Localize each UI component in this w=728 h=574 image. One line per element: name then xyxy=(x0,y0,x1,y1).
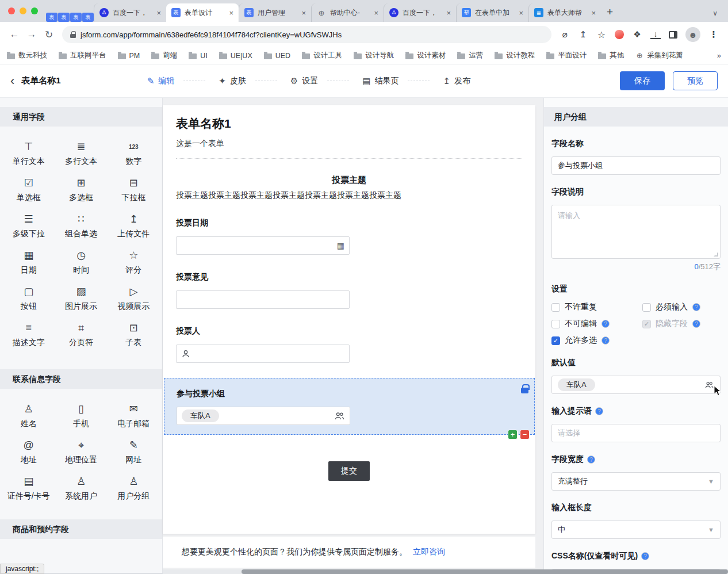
bookmark-item[interactable]: 互联网平台 xyxy=(59,51,106,60)
help-icon[interactable]: ? xyxy=(641,552,649,560)
bookmark-item[interactable]: PM xyxy=(118,52,140,60)
avatar-icon[interactable]: ☻ xyxy=(685,27,700,42)
minimize-window-button[interactable] xyxy=(20,7,26,14)
palette-item[interactable]: ⊡ 子表 xyxy=(108,317,160,353)
canvas-form-subtitle[interactable]: 这是一个表单 xyxy=(176,139,522,149)
url-text[interactable]: jsform.com/app/formmain/638edfe6fc918f41… xyxy=(81,30,342,39)
bookmark-item[interactable]: ⊕ 采集到花瓣 xyxy=(635,51,683,60)
help-icon[interactable]: ? xyxy=(692,320,700,328)
hint-input[interactable]: 请选择 xyxy=(551,424,721,442)
tab-close-icon[interactable] xyxy=(519,9,523,17)
bookmark-item[interactable]: 设计教程 xyxy=(495,51,535,60)
preview-button[interactable]: 预览 xyxy=(673,71,718,90)
voter-input[interactable] xyxy=(176,345,350,363)
star-icon[interactable]: ☆ xyxy=(596,29,607,40)
horizontal-scrollbar[interactable] xyxy=(163,569,728,574)
palette-item[interactable]: ◷ 时间 xyxy=(55,244,107,281)
palette-item[interactable]: ↥ 上传文件 xyxy=(108,208,160,244)
canvas-form-title[interactable]: 表单名称1 xyxy=(176,116,522,132)
palette-item[interactable]: ⌗ 分页符 xyxy=(55,317,107,353)
address-bar[interactable]: jsform.com/app/formmain/638edfe6fc918f41… xyxy=(62,26,551,43)
tab-close-icon[interactable] xyxy=(156,9,161,17)
palette-item[interactable]: ☆ 评分 xyxy=(108,244,160,281)
palette-item[interactable]: ⊞ 多选框 xyxy=(55,172,107,208)
palette-item[interactable]: 123 数字 xyxy=(108,136,160,172)
tab-close-icon[interactable] xyxy=(591,9,596,17)
app-nav-item[interactable]: ✦ 皮肤 xyxy=(174,76,246,86)
bookmark-item[interactable]: UED xyxy=(264,52,290,60)
bookmark-item[interactable]: 其他 xyxy=(598,51,624,60)
topic-title[interactable]: 投票主题 xyxy=(176,175,522,186)
palette-item[interactable]: ☰ 多级下拉 xyxy=(2,208,55,244)
checkbox-box[interactable] xyxy=(642,320,651,328)
group-tag[interactable]: 车队A xyxy=(182,410,219,422)
download-icon[interactable]: ↓ xyxy=(650,30,661,39)
app-nav-item[interactable]: ↥ 发布 xyxy=(399,76,470,86)
field-voter[interactable]: 投票人 xyxy=(176,326,522,363)
bookmark-item[interactable]: 平面设计 xyxy=(546,51,587,60)
browser-tab[interactable]: ⁂ 百度一下， xyxy=(384,3,456,22)
formmaster-icon[interactable]: 表 xyxy=(70,13,82,22)
help-icon[interactable]: ? xyxy=(595,407,603,415)
setting-checkbox[interactable]: 允许多选 ? xyxy=(551,335,642,346)
back-chevron-icon[interactable] xyxy=(10,75,14,87)
bookmark-item[interactable]: 数元科技 xyxy=(7,51,47,60)
consult-link[interactable]: 立即咨询 xyxy=(413,547,445,557)
lock-icon[interactable] xyxy=(521,384,528,393)
help-icon[interactable]: ? xyxy=(692,303,700,311)
palette-item[interactable]: ▢ 按钮 xyxy=(2,281,55,317)
zoom-window-button[interactable] xyxy=(31,7,38,14)
app-nav-item[interactable]: ▤ 结果页 xyxy=(318,76,399,86)
kebab-icon[interactable]: ⋮ xyxy=(708,29,719,40)
help-icon[interactable]: ? xyxy=(587,456,595,464)
palette-item[interactable]: ♙ 用户分组 xyxy=(108,470,160,507)
tab-close-icon[interactable] xyxy=(374,9,378,17)
palette-item[interactable]: ⊤ 单行文本 xyxy=(2,136,55,172)
palette-item[interactable]: ≡ 描述文字 xyxy=(2,317,55,353)
palette-item[interactable]: ⌖ 地理位置 xyxy=(55,434,107,470)
browser-tab[interactable]: 表 表单设计 xyxy=(166,3,239,22)
browser-tab[interactable]: ⊕ 帮助中心- xyxy=(311,3,384,22)
add-field-button[interactable]: + xyxy=(508,430,518,439)
setting-checkbox[interactable]: 隐藏字段 ? xyxy=(642,319,721,329)
help-icon[interactable]: ? xyxy=(601,320,610,328)
formmaster-icon[interactable]: 表 xyxy=(82,13,94,22)
tab-close-icon[interactable] xyxy=(229,9,233,17)
tab-close-icon[interactable] xyxy=(301,9,306,17)
input-length-select[interactable]: 中 xyxy=(551,521,721,539)
close-window-button[interactable] xyxy=(8,7,15,14)
palette-item[interactable]: ♙ 姓名 xyxy=(2,398,55,434)
browser-tab[interactable]: ≣ 表单大师帮 xyxy=(528,3,601,22)
palette-item[interactable]: ▦ 日期 xyxy=(2,244,55,281)
app-nav-item[interactable]: ✎ 编辑 xyxy=(147,76,175,86)
submit-button[interactable]: 提交 xyxy=(328,461,370,481)
browser-tab[interactable]: 帮 在表单中加 xyxy=(456,3,528,22)
bookmark-item[interactable]: UE|UX xyxy=(219,52,252,60)
default-value-input[interactable]: 车队A xyxy=(551,376,721,394)
default-tag[interactable]: 车队A xyxy=(558,378,595,391)
setting-checkbox[interactable]: 不许重复 xyxy=(551,302,642,312)
palette-item[interactable]: ▤ 证件号/卡号 xyxy=(2,470,55,507)
palette-item[interactable]: ▨ 图片展示 xyxy=(55,281,107,317)
new-tab-button[interactable]: + xyxy=(607,6,613,18)
vote-date-input[interactable]: ▦ xyxy=(176,236,350,255)
help-icon[interactable]: ? xyxy=(601,336,610,345)
palette-item[interactable]: ▯ 手机 xyxy=(55,398,107,434)
tab-overflow-chevron-icon[interactable] xyxy=(712,9,718,17)
checkbox-box[interactable] xyxy=(551,320,560,328)
field-width-select[interactable]: 充满整行 xyxy=(551,472,721,491)
field-vote-opinion[interactable]: 投票意见 xyxy=(176,272,522,309)
tab-close-icon[interactable] xyxy=(446,9,451,17)
people-icon[interactable] xyxy=(704,381,714,389)
app-nav-item[interactable]: ⚙ 设置 xyxy=(246,76,318,86)
reload-icon[interactable]: ↻ xyxy=(40,26,58,43)
share-icon[interactable]: ↥ xyxy=(578,29,588,40)
field-vote-date[interactable]: 投票日期 ▦ xyxy=(176,218,522,255)
setting-checkbox[interactable]: 必须输入 ? xyxy=(642,302,721,312)
setting-checkbox[interactable]: 不可编辑 ? xyxy=(551,319,642,329)
checkbox-box[interactable] xyxy=(551,336,560,345)
browser-tab[interactable]: ⁂ 百度一下， xyxy=(94,3,166,22)
browser-tab[interactable]: 表 用户管理 xyxy=(239,3,311,22)
bookmarks-overflow-icon[interactable] xyxy=(717,51,721,60)
delete-field-button[interactable]: − xyxy=(520,430,530,439)
